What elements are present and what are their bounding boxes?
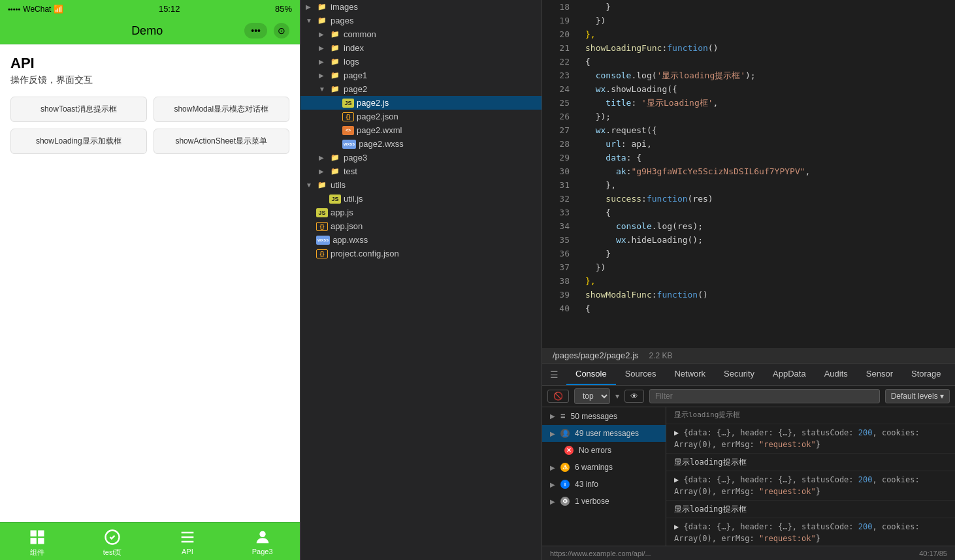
show-toast-button[interactable]: showToast消息提示框 bbox=[10, 97, 147, 122]
eye-button[interactable]: 👁 bbox=[624, 390, 644, 403]
file-tree-page2wxss[interactable]: wxss page2.wxss bbox=[300, 137, 542, 151]
tab-network[interactable]: Network bbox=[665, 364, 715, 385]
svg-point-5 bbox=[259, 531, 265, 537]
file-tree-page3[interactable]: ▶ 📁 page3 bbox=[300, 151, 542, 164]
file-tree-page2[interactable]: ▼ 📁 page2 bbox=[300, 82, 542, 96]
filter-label: 43 info bbox=[575, 480, 598, 489]
file-tree-page2js[interactable]: JS page2.js bbox=[300, 96, 542, 110]
log-entry: 显示loading提示框 bbox=[666, 407, 955, 424]
log-level-select[interactable]: Default levels ▾ bbox=[885, 389, 950, 403]
code-content[interactable]: } }) }, showLoadingFunc:function() { con… bbox=[575, 0, 955, 348]
expand-arrow[interactable]: ▶ bbox=[674, 428, 679, 437]
clear-console-button[interactable]: 🚫 bbox=[547, 390, 569, 403]
file-tree-panel: ▶ 📁 images ▼ 📁 pages ▶ 📁 common ▶ 📁 inde… bbox=[300, 0, 542, 560]
tab-trace[interactable]: Trace bbox=[950, 364, 955, 385]
folder-icon: 📁 bbox=[316, 181, 328, 190]
verbose-icon: ⚙ bbox=[560, 497, 570, 506]
svg-rect-2 bbox=[31, 538, 37, 544]
file-name: page2.wxss bbox=[359, 139, 404, 149]
file-tree-logs[interactable]: ▶ 📁 logs bbox=[300, 55, 542, 69]
file-tree-utils[interactable]: ▼ 📁 utils bbox=[300, 178, 542, 192]
folder-icon: 📁 bbox=[329, 167, 341, 176]
filter-warnings[interactable]: ▶ ⚠ 6 warnings bbox=[542, 459, 666, 476]
tab-sensor[interactable]: Sensor bbox=[857, 364, 902, 385]
js-icon: JS bbox=[342, 99, 354, 108]
show-loading-button[interactable]: showLoading显示加载框 bbox=[10, 129, 147, 154]
section-title: API bbox=[10, 55, 289, 72]
log-entry: 显示loading提示框 bbox=[666, 501, 955, 518]
info-icon: i bbox=[560, 480, 570, 489]
file-name: app.js bbox=[331, 208, 353, 217]
expand-arrow[interactable]: ▶ bbox=[674, 522, 679, 531]
mobile-record-button[interactable]: ⊙ bbox=[274, 23, 289, 39]
tab-appdata[interactable]: AppData bbox=[764, 364, 815, 385]
arrow-icon: ▼ bbox=[306, 181, 316, 189]
show-modal-button[interactable]: showModal显示模态对话框 bbox=[154, 97, 290, 122]
folder-icon: 📁 bbox=[329, 44, 341, 53]
tab-components-label: 组件 bbox=[30, 548, 44, 557]
tab-sources[interactable]: Sources bbox=[616, 364, 666, 385]
tab-audits[interactable]: Audits bbox=[815, 364, 857, 385]
file-tree-page1[interactable]: ▶ 📁 page1 bbox=[300, 69, 542, 82]
arrow-icon: ▶ bbox=[319, 168, 329, 175]
tab-security[interactable]: Security bbox=[715, 364, 764, 385]
mobile-menu-button[interactable]: ••• bbox=[244, 23, 267, 39]
file-tree-appwxss[interactable]: wxss app.wxss bbox=[300, 233, 542, 247]
status-code: 200 bbox=[858, 428, 873, 437]
tab-page3[interactable]: Page3 bbox=[225, 528, 300, 557]
console-filter-input[interactable] bbox=[649, 389, 880, 403]
arrow-icon: ▶ bbox=[306, 3, 316, 10]
file-path: /pages/page2/page2.js bbox=[553, 350, 639, 360]
status-time: 15:12 bbox=[159, 4, 180, 14]
filter-verbose[interactable]: ▶ ⚙ 1 verbose bbox=[542, 493, 666, 510]
file-name: page2 bbox=[344, 84, 367, 94]
folder-icon: 📁 bbox=[316, 3, 328, 12]
log-entry[interactable]: ▶ {data: {…}, header: {…}, statusCode: 2… bbox=[666, 471, 955, 501]
editor-panel: 1819202122 2324252627 2829303132 3334353… bbox=[542, 0, 955, 560]
file-name: index bbox=[344, 43, 364, 53]
file-tree-appjson[interactable]: {} app.json bbox=[300, 219, 542, 233]
arrow-icon: ▶ bbox=[319, 72, 329, 79]
log-entry[interactable]: ▶ {data: {…}, header: {…}, statusCode: 2… bbox=[666, 518, 955, 546]
file-tree-test[interactable]: ▶ 📁 test bbox=[300, 164, 542, 178]
json-icon: {} bbox=[316, 222, 328, 231]
file-tree-index[interactable]: ▶ 📁 index bbox=[300, 41, 542, 55]
filter-label: No errors bbox=[579, 446, 611, 455]
expand-arrow[interactable]: ▶ bbox=[674, 475, 679, 484]
file-tree-images[interactable]: ▶ 📁 images bbox=[300, 0, 542, 14]
file-name: app.json bbox=[331, 221, 363, 231]
filter-all-messages[interactable]: ▶ ≡ 50 messages bbox=[542, 407, 666, 425]
devtools-toggle-button[interactable]: ☰ bbox=[547, 367, 561, 382]
mobile-nav-icons: ••• ⊙ bbox=[244, 23, 289, 39]
arrow-icon: ▶ bbox=[550, 412, 555, 420]
file-name: util.js bbox=[344, 194, 363, 204]
file-tree-appjs[interactable]: JS app.js bbox=[300, 206, 542, 219]
arrow-icon: ▼ bbox=[319, 86, 329, 93]
file-tree-page2json[interactable]: {} page2.json bbox=[300, 110, 542, 123]
file-tree-projectconfig[interactable]: {} project.config.json bbox=[300, 247, 542, 260]
filter-info[interactable]: ▶ i 43 info bbox=[542, 476, 666, 493]
tab-console[interactable]: Console bbox=[566, 364, 616, 385]
file-tree-pages[interactable]: ▼ 📁 pages bbox=[300, 14, 542, 27]
arrow-icon: ▼ bbox=[306, 17, 316, 24]
context-selector[interactable]: top bbox=[574, 388, 610, 404]
file-name: page3 bbox=[344, 153, 367, 163]
tab-api[interactable]: API bbox=[150, 528, 225, 557]
tab-components[interactable]: 组件 bbox=[0, 528, 75, 557]
tab-storage[interactable]: Storage bbox=[902, 364, 950, 385]
tab-api-label: API bbox=[182, 548, 193, 555]
filter-user-messages[interactable]: ▶ 👤 49 user messages bbox=[542, 425, 666, 442]
show-actionsheet-button[interactable]: showActionSheet显示菜单 bbox=[154, 129, 290, 154]
file-tree-page2wxml[interactable]: <> page2.wxml bbox=[300, 123, 542, 137]
filter-errors[interactable]: ✕ No errors bbox=[542, 442, 666, 459]
arrow-icon: ▶ bbox=[550, 430, 555, 437]
tab-test[interactable]: test页 bbox=[75, 528, 150, 557]
folder-icon: 📁 bbox=[316, 16, 328, 25]
log-text: {data: {…}, header: {…}, statusCode: bbox=[683, 428, 858, 437]
devtools-tab-bar: ☰ Console Sources Network Security AppDa… bbox=[542, 364, 955, 386]
folder-icon: 📁 bbox=[329, 71, 341, 80]
log-entry[interactable]: ▶ {data: {…}, header: {…}, statusCode: 2… bbox=[666, 424, 955, 454]
dropdown-arrow: ▾ bbox=[615, 392, 619, 401]
file-tree-common[interactable]: ▶ 📁 common bbox=[300, 27, 542, 41]
file-tree-utiljs[interactable]: JS util.js bbox=[300, 192, 542, 206]
